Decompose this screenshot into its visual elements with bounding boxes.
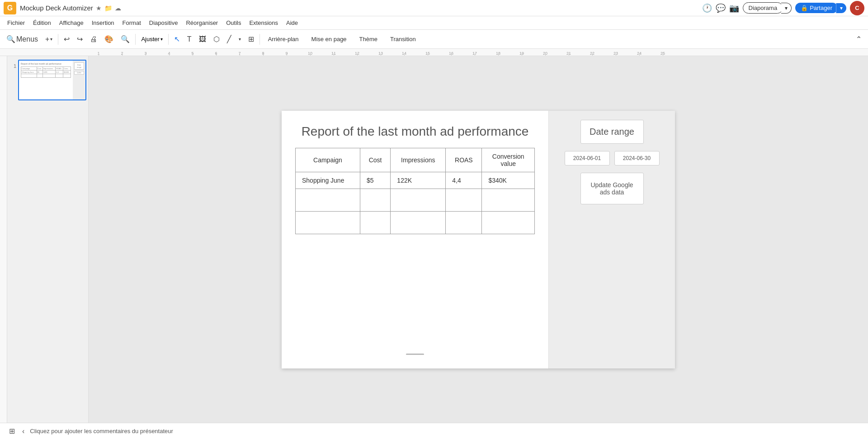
col-impressions: Impressions bbox=[391, 148, 446, 172]
ruler-mark-21: 21 bbox=[557, 51, 580, 56]
zoom-button[interactable]: 🔍 bbox=[118, 33, 132, 45]
ruler-mark-6: 6 bbox=[204, 51, 228, 56]
ruler-marks: 1234567891011121314151617181920212223242… bbox=[87, 49, 675, 56]
ruler-mark-23: 23 bbox=[604, 51, 627, 56]
redo-button[interactable]: ↪ bbox=[74, 33, 85, 45]
logo-letter: G bbox=[7, 4, 13, 12]
line-arrow-button[interactable]: ▾ bbox=[236, 35, 244, 43]
ruler-mark-7: 7 bbox=[228, 51, 251, 56]
ruler-mark-12: 12 bbox=[345, 51, 369, 56]
ruler-mark-3: 3 bbox=[134, 51, 157, 56]
collapse-toolbar-button[interactable]: ⌃ bbox=[853, 33, 864, 45]
tab-layout-label: Mise en page bbox=[311, 36, 347, 42]
doc-title-area: Mockup Deck Automizer ★ 📁 ☁ bbox=[20, 4, 121, 12]
shape-button[interactable]: ⬡ bbox=[211, 33, 222, 45]
ruler-mark-1: 1 bbox=[87, 51, 110, 56]
line-button[interactable]: ╱ bbox=[224, 33, 234, 45]
menu-format[interactable]: Format bbox=[119, 19, 145, 27]
ruler-mark-10: 10 bbox=[298, 51, 322, 56]
slide-1-container: 1 Report of the last month ad performanc… bbox=[9, 60, 86, 100]
tab-transition[interactable]: Transition bbox=[385, 34, 421, 44]
ruler-mark-14: 14 bbox=[392, 51, 416, 56]
menu-réorganiser[interactable]: Réorganiser bbox=[182, 19, 222, 27]
cursor-button[interactable]: ↖ bbox=[171, 33, 183, 45]
ruler-mark-13: 13 bbox=[369, 51, 392, 56]
table-header-row: Campaign Cost Impressions ROAS Conversio… bbox=[296, 148, 535, 172]
table-row: Shopping June $5 122K 4,4 $340K bbox=[296, 172, 535, 189]
start-date-box[interactable]: 2024-06-01 bbox=[565, 151, 610, 165]
slide-title: Report of the last month ad performance bbox=[295, 124, 535, 139]
menu-extensions[interactable]: Extensions bbox=[245, 19, 282, 27]
ajuster-button[interactable]: Ajuster ▾ bbox=[138, 34, 165, 44]
menu-diapositive[interactable]: Diapositive bbox=[146, 19, 182, 27]
search-icon: 🔍 bbox=[6, 35, 15, 43]
cell-campaign-1: Shopping June bbox=[296, 172, 360, 189]
comment-button[interactable]: 💬 bbox=[716, 3, 726, 13]
undo-button[interactable]: ↩ bbox=[61, 33, 72, 45]
diaporama-arrow-button[interactable]: ▾ bbox=[781, 3, 792, 14]
ruler-mark-11: 11 bbox=[322, 51, 345, 56]
cell-campaign-3 bbox=[296, 211, 360, 234]
share-button[interactable]: 🔒 Partager bbox=[795, 3, 838, 13]
menu-affichage[interactable]: Affichage bbox=[56, 19, 87, 27]
slide-right-panel: Date range 2024-06-01 2024-06-30 Update … bbox=[548, 111, 675, 368]
present-button[interactable]: 📷 bbox=[729, 3, 739, 13]
ruler-mark-16: 16 bbox=[439, 51, 463, 56]
tab-background[interactable]: Arrière-plan bbox=[263, 34, 304, 44]
ruler-mark-22: 22 bbox=[580, 51, 604, 56]
grid-view-button[interactable]: ⊞ bbox=[7, 425, 17, 437]
menu-édition[interactable]: Édition bbox=[29, 19, 55, 27]
table-row bbox=[296, 189, 535, 211]
separator-4 bbox=[259, 34, 260, 45]
add-slide-button[interactable]: + ▾ bbox=[42, 33, 55, 45]
plus-icon: + bbox=[45, 35, 49, 43]
search-menus-button[interactable]: 🔍 Menus bbox=[4, 33, 41, 45]
menu-insertion[interactable]: Insertion bbox=[88, 19, 118, 27]
history-button[interactable]: 🕐 bbox=[702, 3, 712, 13]
update-ads-button[interactable]: Update Google ads data bbox=[580, 173, 644, 204]
canvas-area: Report of the last month ad performance … bbox=[89, 56, 868, 423]
menu-outils[interactable]: Outils bbox=[222, 19, 245, 27]
ruler-mark-20: 20 bbox=[533, 51, 557, 56]
user-avatar[interactable]: C bbox=[850, 1, 864, 15]
ajuster-label: Ajuster bbox=[141, 36, 159, 42]
share-label: Partager bbox=[810, 5, 832, 11]
table-row bbox=[296, 211, 535, 234]
ruler-mark-24: 24 bbox=[627, 51, 651, 56]
image-button[interactable]: 🖼 bbox=[196, 33, 209, 45]
cell-roas-1: 4,4 bbox=[446, 172, 482, 189]
cell-campaign-2 bbox=[296, 189, 360, 211]
cell-impressions-3 bbox=[391, 211, 446, 234]
text-button[interactable]: T bbox=[184, 33, 194, 45]
folder-icon: 📁 bbox=[104, 5, 112, 12]
ruler-mark-15: 15 bbox=[416, 51, 439, 56]
slides-sidebar: 1 Report of the last month ad performanc… bbox=[7, 56, 89, 423]
menu-aide[interactable]: Aide bbox=[283, 19, 302, 27]
separator-3 bbox=[168, 34, 169, 45]
print-button[interactable]: 🖨 bbox=[87, 33, 100, 45]
share-arrow-button[interactable]: ▾ bbox=[836, 3, 846, 13]
star-icon[interactable]: ★ bbox=[96, 5, 102, 12]
collapse-sidebar-button[interactable]: ‹ bbox=[20, 425, 26, 437]
col-campaign: Campaign bbox=[296, 148, 360, 172]
diaporama-button[interactable]: Diaporama bbox=[743, 2, 783, 14]
end-date-box[interactable]: 2024-06-30 bbox=[614, 151, 660, 165]
tab-theme[interactable]: Thème bbox=[354, 34, 383, 44]
menu-fichier[interactable]: Fichier bbox=[4, 19, 28, 27]
cell-cost-2 bbox=[360, 189, 390, 211]
separator-2 bbox=[135, 34, 136, 45]
cloud-icon: ☁ bbox=[115, 5, 121, 12]
col-cost: Cost bbox=[360, 148, 390, 172]
cell-roas-3 bbox=[446, 211, 482, 234]
cell-cost-1: $5 bbox=[360, 172, 390, 189]
slide-thumbnail-1[interactable]: Report of the last month ad performance … bbox=[18, 60, 86, 100]
add-arrow-icon: ▾ bbox=[50, 37, 52, 42]
presenter-notes[interactable]: Cliquez pour ajouter les commentaires du… bbox=[30, 428, 173, 434]
equalizer-button[interactable]: ⊞ bbox=[245, 33, 257, 45]
tab-layout[interactable]: Mise en page bbox=[306, 34, 352, 44]
slide-indicator bbox=[406, 354, 424, 355]
cell-impressions-2 bbox=[391, 189, 446, 211]
tab-background-label: Arrière-plan bbox=[268, 36, 299, 42]
paint-button[interactable]: 🎨 bbox=[102, 33, 116, 45]
ruler-mark-5: 5 bbox=[181, 51, 204, 56]
